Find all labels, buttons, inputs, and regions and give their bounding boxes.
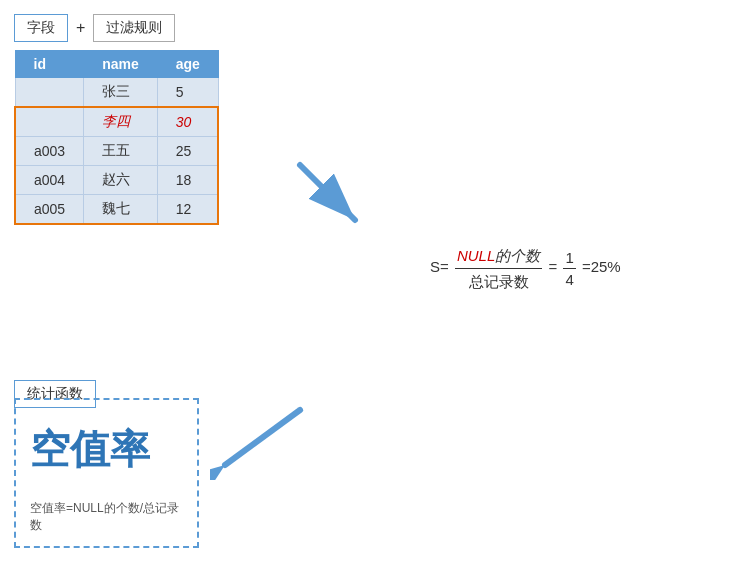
stats-sub-text: 空值率=NULL的个数/总记录数: [30, 492, 183, 534]
plus-sign: +: [76, 19, 85, 37]
filter-label-box: 过滤规则: [93, 14, 175, 42]
table-row: a003 王五 25: [15, 137, 218, 166]
top-labels-row: 字段 + 过滤规则: [14, 14, 175, 42]
svg-line-3: [225, 410, 300, 465]
col-header-name: name: [84, 51, 158, 78]
formula-area: S= NULL的个数 总记录数 = 1 4 =25%: [430, 245, 621, 292]
formula-numerator: NULL的个数: [455, 245, 542, 269]
cell-id: a004: [15, 166, 84, 195]
table-row: a004 赵六 18: [15, 166, 218, 195]
cell-name: 张三: [84, 78, 158, 108]
table-header-row: id name age: [15, 51, 218, 78]
formula-denominator-simple: 4: [563, 269, 575, 290]
field-label: 字段: [27, 19, 55, 35]
table-row: a005 魏七 12: [15, 195, 218, 225]
stats-main-text: 空值率: [30, 422, 183, 477]
cell-age: 18: [157, 166, 218, 195]
cell-id: [15, 78, 84, 108]
formula-numerator-simple: 1: [563, 247, 575, 269]
col-header-id: id: [15, 51, 84, 78]
formula-denominator: 总记录数: [467, 269, 531, 292]
field-label-box: 字段: [14, 14, 68, 42]
arrow-up-left: [210, 400, 310, 484]
cell-name: 赵六: [84, 166, 158, 195]
formula-prefix: S=: [430, 258, 449, 275]
cell-name: 王五: [84, 137, 158, 166]
formula-equals1: =: [548, 258, 561, 275]
cell-age: 12: [157, 195, 218, 225]
formula-fraction-main: NULL的个数 总记录数: [455, 245, 542, 292]
arrow-down-right: [290, 155, 370, 239]
cell-name: 李四: [84, 107, 158, 137]
stats-content-box: 空值率 空值率=NULL的个数/总记录数: [14, 398, 199, 548]
data-table-container: id name age 张三 5 李四 30 a003 王五 25: [14, 50, 219, 225]
col-header-age: age: [157, 51, 218, 78]
formula-equals2: =25%: [582, 258, 621, 275]
cell-id: a005: [15, 195, 84, 225]
cell-id: [15, 107, 84, 137]
data-table: id name age 张三 5 李四 30 a003 王五 25: [14, 50, 219, 225]
table-row: 李四 30: [15, 107, 218, 137]
table-row: 张三 5: [15, 78, 218, 108]
cell-name: 魏七: [84, 195, 158, 225]
cell-age: 5: [157, 78, 218, 108]
cell-age: 30: [157, 107, 218, 137]
svg-line-1: [300, 165, 355, 220]
cell-id: a003: [15, 137, 84, 166]
cell-age: 25: [157, 137, 218, 166]
filter-label: 过滤规则: [106, 19, 162, 35]
formula-fraction-simple: 1 4: [563, 247, 575, 290]
